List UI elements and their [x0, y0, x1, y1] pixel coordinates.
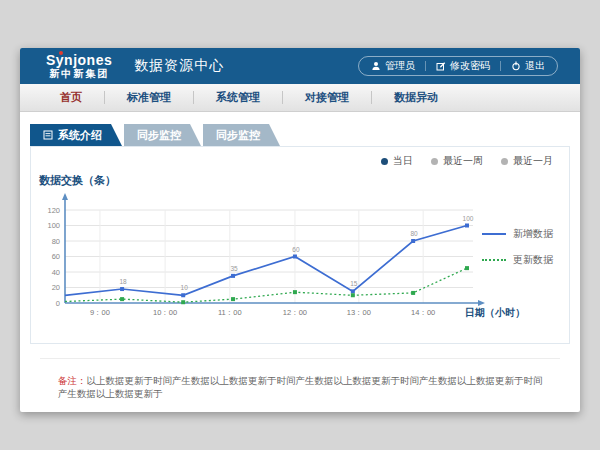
footnote-text: 以上数据更新于时间产生数据以上数据更新于时间产生数据以上数据更新于时间产生数据以… — [58, 375, 543, 399]
data-point — [293, 290, 297, 294]
main-nav: 首页 标准管理 系统管理 对接管理 数据异动 — [20, 84, 580, 112]
line-chart: 0204060801001209：0010：0011：0012：0013：001… — [35, 191, 535, 333]
nav-item-system-mgmt[interactable]: 系统管理 — [194, 90, 282, 105]
x-tick-label: 13：00 — [347, 308, 371, 317]
x-tick-label: 12：00 — [283, 308, 307, 317]
y-axis-title: 数据交换（条） — [39, 173, 116, 188]
legend-item-new-data[interactable]: 新增数据 — [482, 227, 553, 241]
user-toolbar: 管理员 修改密码 退出 — [358, 56, 558, 76]
power-icon — [511, 61, 521, 71]
data-point — [411, 291, 415, 295]
data-point — [231, 274, 235, 278]
radio-dot-icon — [431, 158, 438, 165]
chart-panel: 当日 最近一周 最近一月 数据交换（条） 0204060801001209：00… — [30, 146, 570, 344]
radio-last-month[interactable]: 最近一月 — [501, 154, 553, 168]
page-title: 数据资源中心 — [134, 57, 224, 75]
point-label: 10 — [181, 284, 189, 291]
nav-item-data-change[interactable]: 数据异动 — [372, 90, 460, 105]
x-axis-title: 日期（小时） — [465, 307, 525, 318]
data-point — [231, 297, 235, 301]
data-point — [120, 287, 124, 291]
logo-subtitle: 新中新集团 — [46, 69, 112, 79]
user-icon — [371, 61, 381, 71]
footnote-label: 备注： — [58, 375, 87, 386]
chart-legend: 新增数据 更新数据 — [482, 227, 553, 267]
app-window: Synjones 新中新集团 数据资源中心 管理员 修改密码 — [20, 48, 580, 412]
logo-brand-text: Synjones — [46, 53, 112, 67]
y-tick-label: 20 — [52, 283, 60, 292]
nav-item-standard-mgmt[interactable]: 标准管理 — [105, 90, 193, 105]
tab-sync-monitor-2[interactable]: 同步监控 — [203, 124, 280, 146]
tab-bar: 系统介绍 同步监控 同步监控 — [30, 124, 580, 146]
tab-system-intro[interactable]: 系统介绍 — [30, 124, 122, 146]
series-line — [65, 268, 467, 302]
logo-accent-icon — [59, 51, 63, 55]
x-tick-label: 11：00 — [218, 308, 242, 317]
data-point — [351, 293, 355, 297]
solid-line-icon — [482, 233, 506, 235]
point-label: 35 — [230, 265, 238, 272]
x-tick-label: 9：00 — [90, 308, 110, 317]
edit-icon — [436, 61, 446, 71]
data-point — [351, 289, 355, 293]
data-point — [181, 293, 185, 297]
data-point — [120, 297, 124, 301]
y-tick-label: 60 — [52, 252, 60, 261]
point-label: 60 — [292, 246, 300, 253]
period-selector: 当日 最近一周 最近一月 — [381, 154, 553, 168]
brand-logo: Synjones 新中新集团 — [46, 53, 112, 79]
point-label: 15 — [350, 280, 358, 287]
data-point — [293, 255, 297, 259]
divider — [425, 61, 426, 71]
y-tick-label: 0 — [56, 299, 60, 308]
radio-today[interactable]: 当日 — [381, 154, 413, 168]
y-tick-label: 80 — [52, 237, 60, 246]
x-tick-label: 10：00 — [153, 308, 177, 317]
data-point — [181, 300, 185, 304]
y-tick-label: 120 — [47, 206, 60, 215]
nav-item-home[interactable]: 首页 — [38, 90, 104, 105]
chart-svg: 0204060801001209：0010：0011：0012：0013：001… — [35, 191, 535, 329]
nav-item-interface-mgmt[interactable]: 对接管理 — [283, 90, 371, 105]
data-point — [411, 239, 415, 243]
y-tick-label: 40 — [52, 268, 60, 277]
legend-item-update-data[interactable]: 更新数据 — [482, 253, 553, 267]
point-label: 18 — [119, 278, 127, 285]
data-point — [465, 266, 469, 270]
radio-last-week[interactable]: 最近一周 — [431, 154, 483, 168]
dotted-line-icon — [482, 259, 506, 261]
app-header: Synjones 新中新集团 数据资源中心 管理员 修改密码 — [20, 48, 580, 84]
logout-button[interactable]: 退出 — [511, 59, 545, 73]
x-tick-label: 14：00 — [411, 308, 435, 317]
point-label: 100 — [463, 215, 474, 222]
radio-dot-icon — [381, 158, 388, 165]
form-icon — [43, 130, 53, 140]
tab-sync-monitor-1[interactable]: 同步监控 — [124, 124, 201, 146]
divider — [500, 61, 501, 71]
change-password-button[interactable]: 修改密码 — [436, 59, 490, 73]
data-point — [465, 224, 469, 228]
point-label: 80 — [411, 230, 419, 237]
radio-dot-icon — [501, 158, 508, 165]
footnote: 备注：以上数据更新于时间产生数据以上数据更新于时间产生数据以上数据更新于时间产生… — [40, 358, 560, 401]
admin-user-button[interactable]: 管理员 — [371, 59, 415, 73]
y-tick-label: 100 — [47, 221, 60, 230]
